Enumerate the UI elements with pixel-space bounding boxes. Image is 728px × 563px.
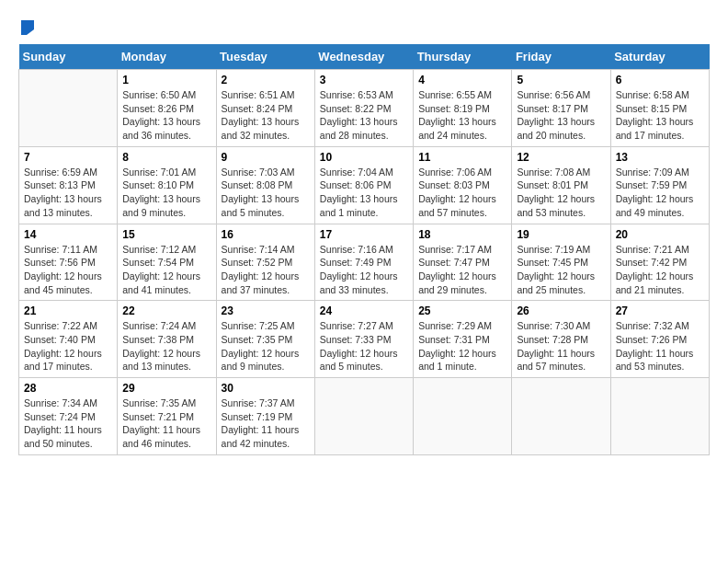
day-info: Sunrise: 7:11 AMSunset: 7:56 PMDaylight:… [24,243,112,297]
day-info: Sunrise: 7:25 AMSunset: 7:35 PMDaylight:… [222,319,310,373]
day-info: Sunrise: 6:55 AMSunset: 8:19 PMDaylight:… [418,88,506,143]
calendar-cell: 11Sunrise: 7:06 AMSunset: 8:03 PMDayligh… [414,146,512,224]
day-number: 7 [24,151,112,164]
day-info: Sunrise: 7:01 AMSunset: 8:10 PMDaylight:… [122,166,210,220]
calendar-cell: 5Sunrise: 6:56 AMSunset: 8:17 PMDaylight… [512,70,610,147]
calendar-cell: 7Sunrise: 6:59 AMSunset: 8:13 PMDaylight… [19,146,118,224]
calendar-cell: 30Sunrise: 7:37 AMSunset: 7:19 PMDayligh… [216,378,314,455]
calendar-week-row: 21Sunrise: 7:22 AMSunset: 7:40 PMDayligh… [19,301,710,378]
calendar-cell: 13Sunrise: 7:09 AMSunset: 7:59 PMDayligh… [610,146,709,224]
day-number: 28 [24,382,112,395]
calendar-cell: 12Sunrise: 7:08 AMSunset: 8:01 PMDayligh… [512,146,610,224]
day-info: Sunrise: 7:04 AMSunset: 8:06 PMDaylight:… [320,166,408,220]
header-friday: Friday [512,44,610,70]
calendar-cell: 23Sunrise: 7:25 AMSunset: 7:35 PMDayligh… [216,301,314,378]
calendar-cell: 27Sunrise: 7:32 AMSunset: 7:26 PMDayligh… [610,301,709,378]
day-number: 19 [517,228,605,241]
svg-marker-0 [21,20,34,35]
calendar-cell: 19Sunrise: 7:19 AMSunset: 7:45 PMDayligh… [512,224,610,301]
calendar-cell [414,378,512,455]
day-number: 20 [616,228,704,241]
calendar-cell [512,378,610,455]
calendar-cell: 28Sunrise: 7:34 AMSunset: 7:24 PMDayligh… [19,378,118,455]
day-info: Sunrise: 7:16 AMSunset: 7:49 PMDaylight:… [320,243,408,297]
day-number: 8 [122,151,210,164]
calendar-cell [610,378,709,455]
day-number: 10 [320,151,408,164]
day-number: 30 [222,382,310,395]
day-info: Sunrise: 6:51 AMSunset: 8:24 PMDaylight:… [222,88,310,143]
day-number: 17 [320,228,408,241]
day-number: 21 [24,304,112,317]
calendar-week-row: 14Sunrise: 7:11 AMSunset: 7:56 PMDayligh… [19,224,710,301]
day-number: 24 [320,304,408,317]
day-info: Sunrise: 7:19 AMSunset: 7:45 PMDaylight:… [517,243,605,297]
calendar-cell: 20Sunrise: 7:21 AMSunset: 7:42 PMDayligh… [610,224,709,301]
calendar-cell: 18Sunrise: 7:17 AMSunset: 7:47 PMDayligh… [414,224,512,301]
day-number: 12 [517,151,605,164]
calendar-cell: 10Sunrise: 7:04 AMSunset: 8:06 PMDayligh… [314,146,413,224]
calendar-cell: 1Sunrise: 6:50 AMSunset: 8:26 PMDaylight… [118,70,216,147]
calendar-cell: 29Sunrise: 7:35 AMSunset: 7:21 PMDayligh… [118,378,216,455]
day-info: Sunrise: 7:12 AMSunset: 7:54 PMDaylight:… [122,243,210,297]
day-number: 6 [616,74,704,86]
day-info: Sunrise: 6:50 AMSunset: 8:26 PMDaylight:… [122,88,210,143]
day-info: Sunrise: 6:56 AMSunset: 8:17 PMDaylight:… [517,88,605,143]
header [18,18,710,35]
day-number: 3 [320,74,408,86]
calendar-cell: 15Sunrise: 7:12 AMSunset: 7:54 PMDayligh… [118,224,216,301]
calendar-cell: 17Sunrise: 7:16 AMSunset: 7:49 PMDayligh… [314,224,413,301]
calendar-cell: 21Sunrise: 7:22 AMSunset: 7:40 PMDayligh… [19,301,118,378]
day-number: 9 [222,151,310,164]
calendar-cell: 4Sunrise: 6:55 AMSunset: 8:19 PMDaylight… [414,70,512,147]
day-number: 27 [616,304,704,317]
day-info: Sunrise: 7:09 AMSunset: 7:59 PMDaylight:… [616,166,704,220]
day-info: Sunrise: 7:08 AMSunset: 8:01 PMDaylight:… [517,166,605,220]
day-info: Sunrise: 7:34 AMSunset: 7:24 PMDaylight:… [24,396,112,451]
calendar-cell: 6Sunrise: 6:58 AMSunset: 8:15 PMDaylight… [610,70,709,147]
calendar-week-row: 7Sunrise: 6:59 AMSunset: 8:13 PMDaylight… [19,146,710,224]
calendar-table: SundayMondayTuesdayWednesdayThursdayFrid… [18,44,710,455]
calendar-cell [314,378,413,455]
calendar-cell: 9Sunrise: 7:03 AMSunset: 8:08 PMDaylight… [216,146,314,224]
calendar-cell: 14Sunrise: 7:11 AMSunset: 7:56 PMDayligh… [19,224,118,301]
calendar-cell: 25Sunrise: 7:29 AMSunset: 7:31 PMDayligh… [414,301,512,378]
header-thursday: Thursday [414,44,512,70]
calendar-week-row: 1Sunrise: 6:50 AMSunset: 8:26 PMDaylight… [19,70,710,147]
day-number: 1 [122,74,210,86]
day-info: Sunrise: 7:22 AMSunset: 7:40 PMDaylight:… [24,319,112,373]
day-number: 5 [517,74,605,86]
calendar-cell: 3Sunrise: 6:53 AMSunset: 8:22 PMDaylight… [314,70,413,147]
calendar-cell: 8Sunrise: 7:01 AMSunset: 8:10 PMDaylight… [118,146,216,224]
day-info: Sunrise: 7:29 AMSunset: 7:31 PMDaylight:… [418,319,506,373]
day-number: 11 [418,151,506,164]
day-number: 14 [24,228,112,241]
header-saturday: Saturday [610,44,709,70]
calendar-cell: 2Sunrise: 6:51 AMSunset: 8:24 PMDaylight… [216,70,314,147]
day-info: Sunrise: 7:27 AMSunset: 7:33 PMDaylight:… [320,319,408,373]
calendar-week-row: 28Sunrise: 7:34 AMSunset: 7:24 PMDayligh… [19,378,710,455]
calendar-cell: 26Sunrise: 7:30 AMSunset: 7:28 PMDayligh… [512,301,610,378]
day-info: Sunrise: 6:58 AMSunset: 8:15 PMDaylight:… [616,88,704,143]
day-info: Sunrise: 7:24 AMSunset: 7:38 PMDaylight:… [122,319,210,373]
calendar-cell: 22Sunrise: 7:24 AMSunset: 7:38 PMDayligh… [118,301,216,378]
day-info: Sunrise: 6:59 AMSunset: 8:13 PMDaylight:… [24,166,112,220]
day-number: 15 [122,228,210,241]
day-info: Sunrise: 7:37 AMSunset: 7:19 PMDaylight:… [222,396,310,451]
day-info: Sunrise: 6:53 AMSunset: 8:22 PMDaylight:… [320,88,408,143]
day-number: 22 [122,304,210,317]
day-info: Sunrise: 7:17 AMSunset: 7:47 PMDaylight:… [418,243,506,297]
day-number: 13 [616,151,704,164]
day-number: 16 [222,228,310,241]
day-number: 18 [418,228,506,241]
day-number: 29 [122,382,210,395]
day-number: 4 [418,74,506,86]
calendar-header-row: SundayMondayTuesdayWednesdayThursdayFrid… [19,44,710,70]
day-number: 25 [418,304,506,317]
day-number: 23 [222,304,310,317]
logo-flag-icon [19,18,36,35]
day-info: Sunrise: 7:21 AMSunset: 7:42 PMDaylight:… [616,243,704,297]
calendar-cell: 24Sunrise: 7:27 AMSunset: 7:33 PMDayligh… [314,301,413,378]
calendar-cell [19,70,118,147]
header-monday: Monday [118,44,216,70]
